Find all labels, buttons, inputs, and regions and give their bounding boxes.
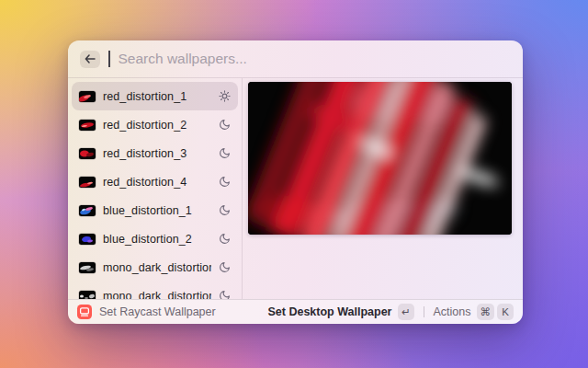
list-item[interactable]: red_distortion_1 bbox=[72, 82, 238, 110]
wallpaper-thumbnail bbox=[79, 205, 96, 216]
moon-icon bbox=[219, 176, 231, 188]
list-item[interactable]: mono_dark_distortion_1 bbox=[72, 253, 238, 282]
footer-divider bbox=[424, 306, 424, 317]
footer-bar: Set Raycast Wallpaper Set Desktop Wallpa… bbox=[68, 299, 523, 324]
appearance-toggle bbox=[219, 176, 231, 188]
wallpaper-thumbnail bbox=[79, 91, 96, 102]
moon-icon bbox=[219, 147, 231, 159]
list-item-label: blue_distortion_1 bbox=[103, 204, 211, 217]
moon-icon bbox=[219, 119, 231, 131]
moon-icon bbox=[219, 261, 231, 273]
list-item-label: mono_dark_distortion_1 bbox=[103, 261, 211, 274]
raycast-app-icon bbox=[77, 305, 92, 319]
wallpaper-thumbnail bbox=[79, 234, 96, 245]
arrow-left-icon bbox=[85, 54, 96, 63]
appearance-toggle bbox=[219, 147, 231, 159]
text-cursor bbox=[108, 51, 110, 67]
actions-shortcut: ⌘ K bbox=[477, 304, 514, 320]
wallpaper-thumbnail bbox=[79, 177, 96, 188]
appearance-toggle bbox=[219, 233, 231, 245]
wallpaper-thumbnail bbox=[79, 148, 96, 159]
list-item-label: red_distortion_1 bbox=[103, 90, 211, 103]
list-item-label: red_distortion_4 bbox=[103, 176, 211, 189]
actions-menu-button[interactable]: Actions bbox=[434, 305, 471, 318]
back-button[interactable] bbox=[80, 51, 100, 68]
search-input[interactable] bbox=[119, 51, 512, 67]
footer-actions: Set Desktop Wallpaper ↵ Actions ⌘ K bbox=[268, 304, 514, 320]
command-key-icon: ⌘ bbox=[477, 304, 495, 320]
search-bar bbox=[68, 40, 523, 77]
appearance-toggle bbox=[219, 119, 231, 131]
sun-icon bbox=[219, 90, 231, 102]
list-item-label: mono_dark_distortion_2 bbox=[103, 290, 211, 300]
appearance-toggle bbox=[219, 290, 231, 299]
wallpaper-preview-image bbox=[248, 82, 512, 235]
k-key-icon: K bbox=[497, 304, 514, 320]
preview-pane bbox=[243, 78, 523, 299]
list-item[interactable]: mono_dark_distortion_2 bbox=[72, 282, 238, 299]
wallpaper-thumbnail bbox=[79, 120, 96, 131]
moon-icon bbox=[219, 233, 231, 245]
list-item[interactable]: red_distortion_4 bbox=[72, 167, 238, 196]
enter-key-icon: ↵ bbox=[398, 304, 414, 320]
content-area: red_distortion_1 bbox=[68, 78, 523, 299]
appearance-toggle bbox=[219, 261, 231, 273]
wallpaper-thumbnail bbox=[79, 291, 96, 300]
footer-command-label: Set Raycast Wallpaper bbox=[99, 305, 216, 318]
list-item[interactable]: blue_distortion_1 bbox=[72, 196, 238, 224]
appearance-toggle bbox=[219, 90, 231, 102]
appearance-toggle bbox=[219, 204, 231, 216]
wallpaper-list[interactable]: red_distortion_1 bbox=[68, 78, 243, 299]
footer-app-info: Set Raycast Wallpaper bbox=[77, 305, 216, 319]
moon-icon bbox=[219, 290, 231, 299]
primary-action-button[interactable]: Set Desktop Wallpaper bbox=[268, 305, 392, 318]
list-item-label: blue_distortion_2 bbox=[103, 233, 211, 246]
moon-icon bbox=[219, 204, 231, 216]
list-item[interactable]: blue_distortion_2 bbox=[72, 224, 238, 253]
raycast-window: red_distortion_1 bbox=[68, 40, 523, 324]
wallpaper-thumbnail bbox=[79, 262, 96, 273]
list-item-label: red_distortion_2 bbox=[103, 119, 211, 132]
list-item[interactable]: red_distortion_2 bbox=[72, 110, 238, 139]
list-item[interactable]: red_distortion_3 bbox=[72, 139, 238, 167]
list-item-label: red_distortion_3 bbox=[103, 147, 211, 160]
